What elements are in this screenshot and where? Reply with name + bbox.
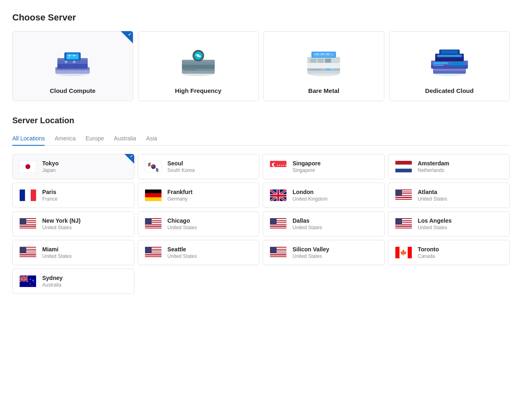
high-frequency-svg <box>176 43 221 80</box>
city-silicon-valley: Silicon Valley <box>293 246 329 253</box>
city-chicago: Chicago <box>168 217 197 224</box>
location-sydney[interactable]: ✦ ✦ ✦ ✦ ✦ Sydney Australia <box>12 269 134 294</box>
location-info-singapore: Singapore Singapore <box>293 160 320 173</box>
location-info-seoul: Seoul South Korea <box>168 160 195 173</box>
australia-flag-svg: ✦ ✦ ✦ ✦ ✦ <box>20 275 36 287</box>
location-seoul[interactable]: Seoul South Korea <box>138 154 260 179</box>
bare-metal-icon-area <box>299 41 348 82</box>
svg-rect-50 <box>433 65 444 66</box>
flag-south-korea <box>145 160 162 173</box>
flag-netherlands <box>395 160 412 173</box>
city-los-angeles: Los Angeles <box>418 217 452 224</box>
city-frankfurt: Frankfurt <box>168 189 193 195</box>
location-amsterdam[interactable]: Amsterdam Netherlands <box>388 154 510 179</box>
country-singapore: Singapore <box>293 167 320 173</box>
flag-us-new-york <box>19 218 36 230</box>
svg-text:✦: ✦ <box>30 278 31 280</box>
location-info-atlanta: Atlanta United States <box>418 189 447 202</box>
location-london[interactable]: London United Kingdom <box>263 183 385 208</box>
svg-text:✦: ✦ <box>32 279 34 282</box>
flag-us-los-angeles <box>395 218 412 230</box>
country-sydney: Australia <box>42 282 63 288</box>
svg-rect-36 <box>310 59 316 63</box>
server-type-dedicated-cloud[interactable]: Dedicated Cloud <box>389 31 510 101</box>
location-info-frankfurt: Frankfurt Germany <box>168 189 193 202</box>
empty-grid-cell-2 <box>263 269 385 294</box>
flag-us-dallas <box>270 218 287 230</box>
svg-rect-16 <box>73 55 76 56</box>
location-singapore[interactable]: ✦✦✦✦✦ Singapore Singapore <box>263 154 385 179</box>
tab-asia[interactable]: Asia <box>146 132 157 146</box>
dedicated-cloud-label: Dedicated Cloud <box>425 87 474 94</box>
server-type-cloud-compute[interactable]: Cloud Compute <box>12 31 133 101</box>
city-dallas: Dallas <box>293 217 322 224</box>
cloud-compute-label: Cloud Compute <box>50 87 95 94</box>
country-seoul: South Korea <box>168 167 195 173</box>
server-location-section: Server Location All Locations America Eu… <box>12 116 510 294</box>
bare-metal-svg <box>301 43 346 80</box>
empty-grid-cell <box>138 269 260 294</box>
svg-rect-14 <box>66 54 79 59</box>
country-tokyo: Japan <box>42 167 59 173</box>
flag-france <box>19 189 36 201</box>
country-frankfurt: Germany <box>168 196 193 202</box>
svg-rect-66 <box>270 167 286 173</box>
city-amsterdam: Amsterdam <box>418 160 449 167</box>
server-type-high-frequency[interactable]: High Frequency <box>138 31 259 101</box>
country-london: United Kingdom <box>293 196 327 202</box>
flag-us-miami <box>19 246 36 259</box>
svg-rect-11 <box>73 61 76 62</box>
country-los-angeles: United States <box>418 225 452 230</box>
city-seoul: Seoul <box>168 160 195 167</box>
server-type-grid: Cloud Compute <box>12 31 510 101</box>
tab-america[interactable]: America <box>54 132 75 146</box>
svg-rect-51 <box>449 62 465 65</box>
dedicated-cloud-icon-area <box>425 41 474 82</box>
location-miami[interactable]: Miami United States <box>12 240 134 265</box>
flag-us-atlanta <box>395 189 412 201</box>
empty-grid-cell-3 <box>388 269 510 294</box>
svg-rect-4 <box>75 69 79 70</box>
location-info-tokyo: Tokyo Japan <box>42 160 59 173</box>
server-type-bare-metal[interactable]: Bare Metal <box>263 31 384 101</box>
svg-rect-43 <box>326 54 329 54</box>
svg-rect-33 <box>331 68 334 70</box>
svg-rect-3 <box>58 69 70 70</box>
location-info-new-york: New York (NJ) United States <box>42 217 81 230</box>
tab-europe[interactable]: Europe <box>86 132 104 146</box>
location-info-london: London United Kingdom <box>293 189 327 202</box>
location-frankfurt[interactable]: Frankfurt Germany <box>138 183 260 208</box>
location-seattle[interactable]: Seattle United States <box>138 240 260 265</box>
svg-rect-9 <box>64 61 68 62</box>
svg-rect-17 <box>68 57 70 58</box>
location-info-seattle: Seattle United States <box>168 246 197 259</box>
svg-rect-41 <box>315 54 319 54</box>
location-chicago[interactable]: Chicago United States <box>138 211 260 237</box>
country-silicon-valley: United States <box>293 253 329 259</box>
location-new-york[interactable]: New York (NJ) United States <box>12 211 134 237</box>
country-dallas: United States <box>293 225 322 230</box>
location-los-angeles[interactable]: Los Angeles United States <box>388 211 510 237</box>
location-silicon-valley[interactable]: Silicon Valley United States <box>263 240 385 265</box>
tab-all-locations[interactable]: All Locations <box>12 132 45 146</box>
city-paris: Paris <box>42 189 57 195</box>
svg-rect-49 <box>433 62 448 64</box>
singapore-flag-svg: ✦✦✦✦✦ <box>270 161 286 173</box>
location-info-chicago: Chicago United States <box>168 217 197 230</box>
country-miami: United States <box>42 253 72 259</box>
location-info-silicon-valley: Silicon Valley United States <box>293 246 329 259</box>
city-atlanta: Atlanta <box>418 189 447 195</box>
location-dallas[interactable]: Dallas United States <box>263 211 385 237</box>
server-location-title: Server Location <box>12 116 510 125</box>
location-toronto[interactable]: Toronto Canada <box>388 240 510 265</box>
tab-australia[interactable]: Australia <box>114 132 136 146</box>
location-atlanta[interactable]: Atlanta United States <box>388 183 510 208</box>
location-tokyo[interactable]: Tokyo Japan <box>12 154 134 179</box>
location-paris[interactable]: Paris France <box>12 183 134 208</box>
svg-point-68 <box>274 163 277 166</box>
location-grid: Tokyo Japan <box>12 154 510 294</box>
flag-us-silicon-valley <box>270 246 287 259</box>
country-new-york: United States <box>42 225 81 230</box>
page-title: Choose Server <box>12 12 510 23</box>
location-info-dallas: Dallas United States <box>293 217 322 230</box>
